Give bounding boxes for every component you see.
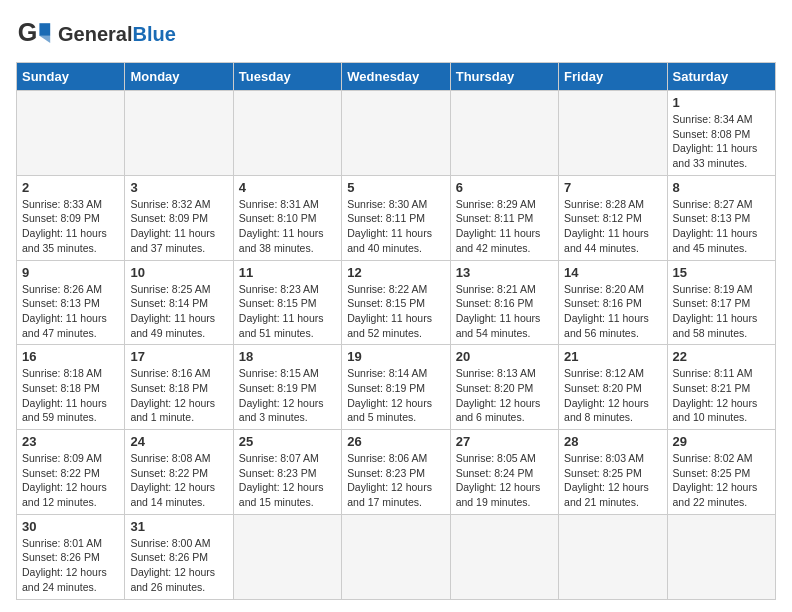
day-number: 27 [456, 434, 553, 449]
calendar-body: 1Sunrise: 8:34 AM Sunset: 8:08 PM Daylig… [17, 91, 776, 600]
calendar-day-cell: 30Sunrise: 8:01 AM Sunset: 8:26 PM Dayli… [17, 514, 125, 599]
day-number: 4 [239, 180, 336, 195]
day-info: Sunrise: 8:33 AM Sunset: 8:09 PM Dayligh… [22, 197, 119, 256]
calendar: SundayMondayTuesdayWednesdayThursdayFrid… [16, 62, 776, 600]
calendar-week-row: 1Sunrise: 8:34 AM Sunset: 8:08 PM Daylig… [17, 91, 776, 176]
day-info: Sunrise: 8:12 AM Sunset: 8:20 PM Dayligh… [564, 366, 661, 425]
day-number: 3 [130, 180, 227, 195]
day-info: Sunrise: 8:23 AM Sunset: 8:15 PM Dayligh… [239, 282, 336, 341]
weekday-header-cell: Thursday [450, 63, 558, 91]
day-info: Sunrise: 8:07 AM Sunset: 8:23 PM Dayligh… [239, 451, 336, 510]
calendar-day-cell [559, 514, 667, 599]
day-number: 8 [673, 180, 770, 195]
logo-icon: G [16, 16, 52, 52]
calendar-day-cell: 6Sunrise: 8:29 AM Sunset: 8:11 PM Daylig… [450, 175, 558, 260]
calendar-day-cell: 16Sunrise: 8:18 AM Sunset: 8:18 PM Dayli… [17, 345, 125, 430]
calendar-day-cell: 17Sunrise: 8:16 AM Sunset: 8:18 PM Dayli… [125, 345, 233, 430]
day-number: 30 [22, 519, 119, 534]
day-info: Sunrise: 8:09 AM Sunset: 8:22 PM Dayligh… [22, 451, 119, 510]
calendar-day-cell: 27Sunrise: 8:05 AM Sunset: 8:24 PM Dayli… [450, 430, 558, 515]
calendar-day-cell [17, 91, 125, 176]
calendar-week-row: 2Sunrise: 8:33 AM Sunset: 8:09 PM Daylig… [17, 175, 776, 260]
day-number: 25 [239, 434, 336, 449]
calendar-day-cell: 8Sunrise: 8:27 AM Sunset: 8:13 PM Daylig… [667, 175, 775, 260]
calendar-day-cell: 28Sunrise: 8:03 AM Sunset: 8:25 PM Dayli… [559, 430, 667, 515]
weekday-header-cell: Sunday [17, 63, 125, 91]
weekday-header-row: SundayMondayTuesdayWednesdayThursdayFrid… [17, 63, 776, 91]
calendar-day-cell [450, 91, 558, 176]
calendar-week-row: 16Sunrise: 8:18 AM Sunset: 8:18 PM Dayli… [17, 345, 776, 430]
svg-marker-1 [39, 23, 50, 36]
calendar-day-cell: 26Sunrise: 8:06 AM Sunset: 8:23 PM Dayli… [342, 430, 450, 515]
day-number: 22 [673, 349, 770, 364]
day-info: Sunrise: 8:28 AM Sunset: 8:12 PM Dayligh… [564, 197, 661, 256]
page-header: G GeneralBlue [16, 16, 776, 52]
day-number: 17 [130, 349, 227, 364]
day-info: Sunrise: 8:13 AM Sunset: 8:20 PM Dayligh… [456, 366, 553, 425]
calendar-day-cell: 15Sunrise: 8:19 AM Sunset: 8:17 PM Dayli… [667, 260, 775, 345]
day-info: Sunrise: 8:03 AM Sunset: 8:25 PM Dayligh… [564, 451, 661, 510]
logo-text: GeneralBlue [58, 23, 176, 45]
day-info: Sunrise: 8:34 AM Sunset: 8:08 PM Dayligh… [673, 112, 770, 171]
calendar-day-cell: 7Sunrise: 8:28 AM Sunset: 8:12 PM Daylig… [559, 175, 667, 260]
day-number: 9 [22, 265, 119, 280]
weekday-header-cell: Saturday [667, 63, 775, 91]
calendar-day-cell [233, 91, 341, 176]
day-number: 5 [347, 180, 444, 195]
day-info: Sunrise: 8:29 AM Sunset: 8:11 PM Dayligh… [456, 197, 553, 256]
day-number: 16 [22, 349, 119, 364]
calendar-day-cell: 10Sunrise: 8:25 AM Sunset: 8:14 PM Dayli… [125, 260, 233, 345]
calendar-day-cell: 24Sunrise: 8:08 AM Sunset: 8:22 PM Dayli… [125, 430, 233, 515]
day-info: Sunrise: 8:25 AM Sunset: 8:14 PM Dayligh… [130, 282, 227, 341]
day-info: Sunrise: 8:16 AM Sunset: 8:18 PM Dayligh… [130, 366, 227, 425]
day-info: Sunrise: 8:06 AM Sunset: 8:23 PM Dayligh… [347, 451, 444, 510]
calendar-day-cell: 9Sunrise: 8:26 AM Sunset: 8:13 PM Daylig… [17, 260, 125, 345]
day-number: 21 [564, 349, 661, 364]
calendar-day-cell [667, 514, 775, 599]
day-info: Sunrise: 8:14 AM Sunset: 8:19 PM Dayligh… [347, 366, 444, 425]
day-number: 11 [239, 265, 336, 280]
calendar-day-cell: 29Sunrise: 8:02 AM Sunset: 8:25 PM Dayli… [667, 430, 775, 515]
day-info: Sunrise: 8:11 AM Sunset: 8:21 PM Dayligh… [673, 366, 770, 425]
day-info: Sunrise: 8:31 AM Sunset: 8:10 PM Dayligh… [239, 197, 336, 256]
day-number: 20 [456, 349, 553, 364]
day-number: 19 [347, 349, 444, 364]
calendar-week-row: 9Sunrise: 8:26 AM Sunset: 8:13 PM Daylig… [17, 260, 776, 345]
weekday-header-cell: Tuesday [233, 63, 341, 91]
calendar-day-cell [125, 91, 233, 176]
weekday-header-cell: Monday [125, 63, 233, 91]
calendar-day-cell: 14Sunrise: 8:20 AM Sunset: 8:16 PM Dayli… [559, 260, 667, 345]
day-info: Sunrise: 8:02 AM Sunset: 8:25 PM Dayligh… [673, 451, 770, 510]
day-info: Sunrise: 8:21 AM Sunset: 8:16 PM Dayligh… [456, 282, 553, 341]
svg-marker-2 [39, 36, 50, 43]
day-number: 23 [22, 434, 119, 449]
day-number: 13 [456, 265, 553, 280]
day-number: 12 [347, 265, 444, 280]
day-number: 2 [22, 180, 119, 195]
calendar-day-cell: 5Sunrise: 8:30 AM Sunset: 8:11 PM Daylig… [342, 175, 450, 260]
calendar-day-cell: 11Sunrise: 8:23 AM Sunset: 8:15 PM Dayli… [233, 260, 341, 345]
day-number: 24 [130, 434, 227, 449]
day-number: 31 [130, 519, 227, 534]
day-info: Sunrise: 8:15 AM Sunset: 8:19 PM Dayligh… [239, 366, 336, 425]
calendar-day-cell: 18Sunrise: 8:15 AM Sunset: 8:19 PM Dayli… [233, 345, 341, 430]
day-info: Sunrise: 8:30 AM Sunset: 8:11 PM Dayligh… [347, 197, 444, 256]
calendar-day-cell [342, 91, 450, 176]
weekday-header-cell: Wednesday [342, 63, 450, 91]
day-info: Sunrise: 8:19 AM Sunset: 8:17 PM Dayligh… [673, 282, 770, 341]
calendar-day-cell: 12Sunrise: 8:22 AM Sunset: 8:15 PM Dayli… [342, 260, 450, 345]
calendar-day-cell: 23Sunrise: 8:09 AM Sunset: 8:22 PM Dayli… [17, 430, 125, 515]
day-number: 28 [564, 434, 661, 449]
calendar-day-cell: 3Sunrise: 8:32 AM Sunset: 8:09 PM Daylig… [125, 175, 233, 260]
calendar-day-cell: 20Sunrise: 8:13 AM Sunset: 8:20 PM Dayli… [450, 345, 558, 430]
calendar-day-cell: 1Sunrise: 8:34 AM Sunset: 8:08 PM Daylig… [667, 91, 775, 176]
calendar-day-cell: 21Sunrise: 8:12 AM Sunset: 8:20 PM Dayli… [559, 345, 667, 430]
day-number: 6 [456, 180, 553, 195]
day-info: Sunrise: 8:27 AM Sunset: 8:13 PM Dayligh… [673, 197, 770, 256]
day-info: Sunrise: 8:18 AM Sunset: 8:18 PM Dayligh… [22, 366, 119, 425]
calendar-day-cell: 25Sunrise: 8:07 AM Sunset: 8:23 PM Dayli… [233, 430, 341, 515]
calendar-day-cell [342, 514, 450, 599]
day-number: 1 [673, 95, 770, 110]
calendar-week-row: 30Sunrise: 8:01 AM Sunset: 8:26 PM Dayli… [17, 514, 776, 599]
day-info: Sunrise: 8:00 AM Sunset: 8:26 PM Dayligh… [130, 536, 227, 595]
